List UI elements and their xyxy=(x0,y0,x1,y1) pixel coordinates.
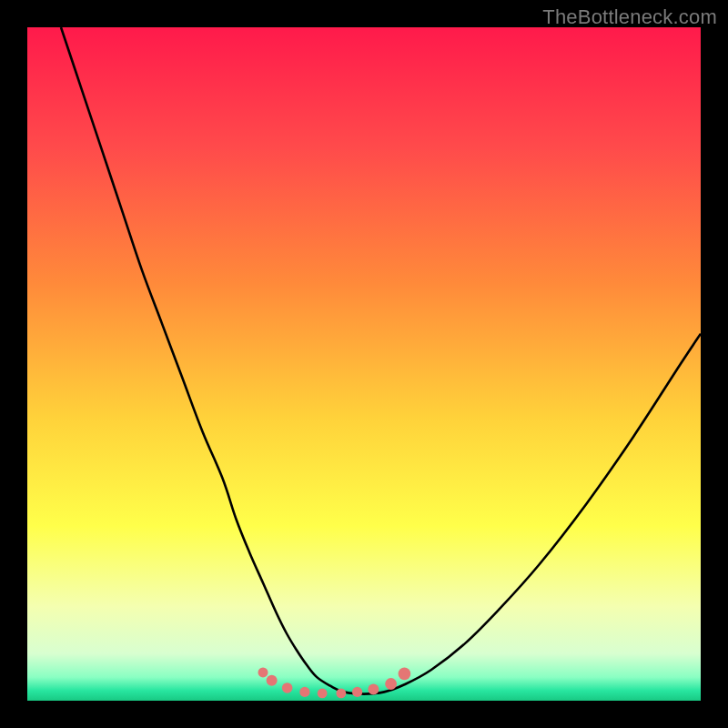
trough-marker xyxy=(368,683,379,694)
trough-marker xyxy=(385,678,397,690)
trough-marker xyxy=(318,688,328,698)
trough-marker xyxy=(267,675,278,686)
trough-marker xyxy=(282,682,293,693)
bottleneck-chart xyxy=(27,27,701,701)
trough-marker xyxy=(258,667,268,677)
gradient-background xyxy=(27,27,701,701)
trough-marker xyxy=(399,668,411,681)
plot-area xyxy=(27,27,701,701)
trough-marker xyxy=(352,687,362,697)
trough-marker xyxy=(299,687,309,697)
trough-marker xyxy=(336,688,346,698)
chart-frame: TheBottleneck.com xyxy=(0,0,728,728)
watermark-text: TheBottleneck.com xyxy=(542,5,717,29)
